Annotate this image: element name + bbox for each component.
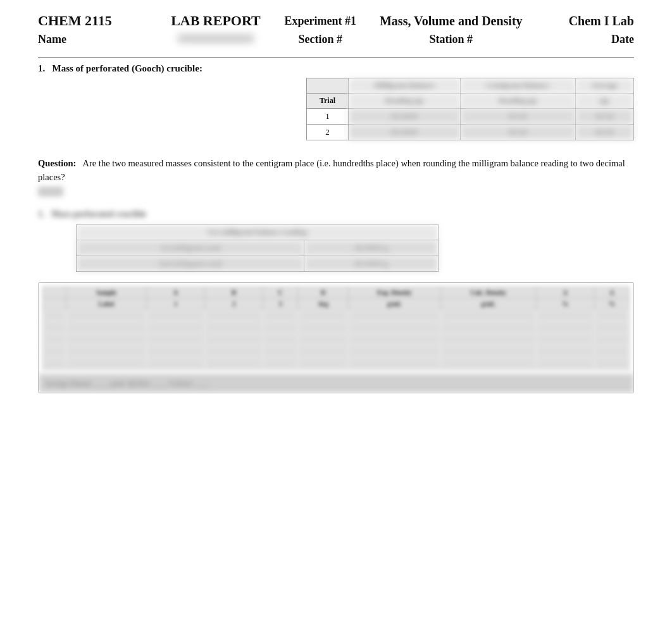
subrow-exp: g/mL	[348, 298, 440, 310]
col-b: B	[205, 287, 263, 298]
col-c: C	[263, 287, 298, 298]
section-label: Section #	[268, 33, 373, 46]
col-extra2: Δ	[594, 287, 629, 298]
table-row: 5Block 2-B27.34027.3401.516.2227.34027.1…	[43, 358, 630, 370]
subrow-d: Avg	[298, 298, 349, 310]
mg-trial1: ##.####	[348, 109, 460, 125]
col-header-use-mg: Use milligram balance reading	[77, 225, 439, 240]
col-d: D	[298, 287, 349, 298]
subheader-cg-read: Reading (g)	[460, 94, 575, 109]
subrow-e1: %	[536, 298, 594, 310]
question-label: Question:	[38, 158, 76, 168]
table-row: 1Block 1-A12.17512.1751.012.3712.17512.0…	[43, 310, 630, 322]
item-number: 1.	[38, 63, 45, 73]
table-row: 2 ##.#### ##.## ##.##	[306, 125, 633, 140]
table-row: 2Block 1-B14.27114.2711.012.3714.27114.0…	[43, 322, 630, 334]
question-answer: Yes	[38, 187, 63, 197]
footer-text: Average Density: ____ g/mL Std Dev: ____…	[45, 379, 209, 387]
date-label: Date	[530, 33, 634, 46]
subheader-avg-g: (g)	[575, 94, 633, 109]
col-num	[43, 287, 66, 298]
section1-title: 1. Mass of perforated (Gooch) crucible:	[38, 63, 634, 74]
subheader-trial: Trial	[306, 94, 348, 109]
col-header-avg: Average	[575, 78, 633, 94]
lab-report-label: LAB REPORT	[163, 13, 268, 29]
col-a: A	[147, 287, 205, 298]
avg-trial1: ##.##	[575, 109, 633, 125]
density-table-container: Sample A B C D Exp. Density Calc. Densit…	[38, 282, 634, 393]
subrow-num	[43, 298, 66, 310]
table-row: 2nd milligram read ##.#### g	[77, 256, 439, 272]
first-mg-label: 1st milligram read	[77, 240, 304, 256]
trial-1: 1	[306, 109, 348, 125]
name-value	[163, 34, 268, 46]
question-block: Question: Are the two measured masses co…	[38, 157, 634, 198]
col-extra1: Δ	[536, 287, 594, 298]
table-row: 1 ##.#### ##.## ##.##	[306, 109, 633, 125]
table-footer: Average Density: ____ g/mL Std Dev: ____…	[39, 374, 633, 393]
density-table: Sample A B C D Exp. Density Calc. Densit…	[42, 286, 630, 370]
avg-trial2: ##.##	[575, 125, 633, 140]
mg-trial2: ##.####	[348, 125, 460, 140]
question-text: Are the two measured masses consistent t…	[38, 158, 625, 182]
subheader-mg-read: Reading (g)	[348, 94, 460, 109]
subrow-e2: %	[594, 298, 629, 310]
first-mg-value: ##.#### g	[304, 240, 439, 256]
cg-trial2: ##.##	[460, 125, 575, 140]
col-calc-density: Calc. Density	[440, 287, 536, 298]
section2-item-number: 1.	[38, 209, 45, 219]
col-header-cg: Centigram Balance	[460, 78, 575, 94]
crucible-mass-table: Milligram Balance Centigram Balance Aver…	[306, 78, 634, 140]
subrow-b: 2	[205, 298, 263, 310]
station-label: Station #	[373, 33, 530, 46]
section2-title-text: Mass perforated crucible	[51, 209, 146, 219]
table-row: 1st milligram read ##.#### g	[77, 240, 439, 256]
section1-title-text: Mass of perforated (Gooch) crucible:	[53, 63, 202, 73]
col-sample: Sample	[66, 287, 146, 298]
experiment-label: Experiment #1	[268, 15, 373, 28]
cg-trial1: ##.##	[460, 109, 575, 125]
name-label: Name	[38, 33, 163, 46]
subrow-a: 1	[147, 298, 205, 310]
section1: 1. Mass of perforated (Gooch) crucible: …	[38, 63, 634, 147]
chem-lab-label: Chem I Lab	[530, 14, 634, 28]
name-blur	[178, 34, 254, 43]
density-table-inner: Sample A B C D Exp. Density Calc. Densit…	[39, 283, 633, 374]
subrow-calc: g/mL	[440, 298, 536, 310]
table-row: 3Block 1-C16.00516.0051.012.3716.00515.9…	[43, 334, 630, 346]
second-mg-value: ##.#### g	[304, 256, 439, 272]
crucible-mass-table2: Use milligram balance reading 1st millig…	[76, 224, 439, 272]
trial-2: 2	[306, 125, 348, 140]
col-exp-density: Exp. Density	[348, 287, 440, 298]
subrow-c: 3	[263, 298, 298, 310]
col-header-trial	[306, 78, 348, 94]
subrow-label: Label	[66, 298, 146, 310]
course-title: CHEM 2115	[38, 13, 163, 29]
col-header-mg: Milligram Balance	[348, 78, 460, 94]
table-row: 4Block 2-A24.00524.0051.516.2224.00523.9…	[43, 346, 630, 358]
experiment-title: Mass, Volume and Density	[373, 14, 530, 28]
section2-title: 1. Mass perforated crucible	[38, 209, 634, 219]
second-mg-label: 2nd milligram read	[77, 256, 304, 272]
header-divider	[38, 58, 634, 58]
section2: 1. Mass perforated crucible Use milligra…	[38, 209, 634, 272]
